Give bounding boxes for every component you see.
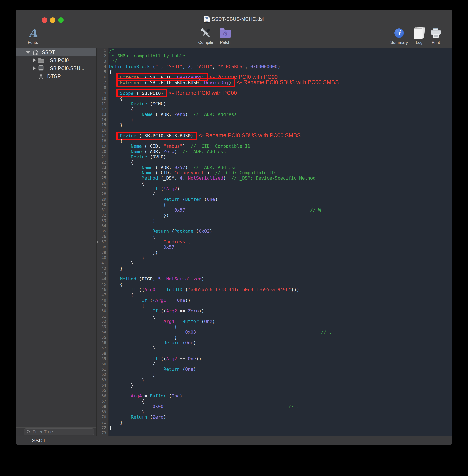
line-number: 72 [97, 425, 108, 431]
code-line: 50 If ((Arg2 == Zero)) [97, 308, 453, 314]
line-number: 56 [97, 340, 108, 345]
sidebar-item--sb-pci0-sbu-[interactable]: _SB.PCI0.SBU... [15, 64, 96, 72]
code-line: 23 Name (_ADR, 0x57) // _ADR: Address [97, 165, 453, 170]
minimize-button[interactable] [50, 17, 55, 23]
code-line: 12 { [97, 106, 453, 112]
line-number: 67 [97, 399, 108, 404]
status-bar: SSDT [15, 436, 453, 445]
code-line: 43 [97, 271, 453, 276]
line-number: 59 [97, 356, 108, 361]
close-button[interactable] [42, 17, 47, 23]
code-line: 59 If ((Arg2 == One)) [97, 356, 453, 361]
line-number: 50 [97, 308, 108, 314]
code-line: 30 { [97, 202, 453, 208]
disclosure-triangle-collapsed-icon[interactable] [33, 58, 36, 63]
line-number: 4 [97, 64, 108, 69]
line-number: 55 [97, 335, 108, 340]
line-number: 61 [97, 367, 108, 372]
status-table-name: SSDT [32, 438, 46, 444]
line-number: 9 [97, 90, 108, 96]
rename-annotation: <- Rename PCI0.SBUS with PC00.SMBS [237, 79, 339, 85]
code-line: 32 }) [97, 213, 453, 218]
line-number: 17 [97, 133, 108, 138]
code-line: 65 [97, 388, 453, 393]
code-line: 55 } [97, 335, 453, 340]
line-number: 42 [97, 266, 108, 271]
title-bar[interactable]: DSL SSDT-SBUS-MCHC.dsl [15, 10, 453, 27]
sidebar-item-dtgp[interactable]: DTGP [15, 72, 96, 80]
patch-button[interactable]: ⚙ Patch [209, 27, 242, 47]
line-number: 40 [97, 255, 108, 261]
code-line: 26 { [97, 181, 453, 186]
line-number: 45 [97, 282, 108, 287]
line-number: 14 [97, 117, 108, 122]
line-number: 57 [97, 345, 108, 351]
line-number: 70 [97, 415, 108, 420]
print-button[interactable]: Print [419, 27, 452, 47]
line-number: 31 [97, 208, 108, 213]
sidebar-item--sb-pci0[interactable]: _SB.PCI0 [15, 56, 96, 64]
code-line: 18 { [97, 138, 453, 144]
code-line: 42 } [97, 266, 453, 271]
line-number: 11 [97, 101, 108, 106]
sidebar-item-ssdt[interactable]: SSDT [15, 48, 96, 56]
line-number: 33 [97, 218, 108, 223]
code-line: 21 Device (DVL0) [97, 154, 453, 160]
line-number: 24 [97, 170, 108, 175]
code-line: 51 { [97, 314, 453, 319]
code-line: 67 { [97, 399, 453, 404]
line-number: 7 [97, 80, 108, 85]
search-icon [27, 430, 30, 434]
line-number: 54 [97, 329, 108, 335]
code-line: 33 } [97, 218, 453, 223]
code-line: 45 { [97, 282, 453, 287]
line-number: 65 [97, 388, 108, 393]
disclosure-triangle-expanded-icon[interactable] [26, 51, 30, 54]
code-line: 28 { [97, 192, 453, 197]
code-line: 10 { [97, 96, 453, 101]
line-number: 73 [97, 431, 108, 436]
line-number: 47 [97, 292, 108, 298]
code-line: 39 }) [97, 250, 453, 255]
code-line: 9 Scope (_SB.PCI0)<- Rename PCI0 with PC… [97, 90, 453, 96]
line-number: 1 [97, 48, 108, 53]
line-number: 5 [97, 69, 108, 75]
filter-tree-input[interactable] [32, 429, 92, 435]
line-number: 27 [97, 186, 108, 192]
code-line: 7 External (_SB_.PCI0.SBUS.BUS0, DeviceO… [97, 80, 453, 85]
line-number: 34 [97, 223, 108, 229]
code-line: 72} [97, 425, 453, 431]
code-line: 56 Return (One) [97, 340, 453, 345]
compass-icon [37, 73, 45, 80]
device-icon [37, 65, 45, 72]
filter-field[interactable] [24, 428, 94, 435]
line-number: 20 [97, 149, 108, 154]
code-line: 40 } [97, 255, 453, 261]
fonts-button[interactable]: A Fonts [16, 27, 49, 47]
code-line: 29 Return (Buffer (One) [97, 197, 453, 202]
zoom-button[interactable] [58, 17, 64, 23]
document-proxy-icon[interactable]: DSL [204, 16, 210, 22]
sidebar: SSDT_SB.PCI0_SB.PCI0.SBU...DTGP [15, 48, 97, 436]
line-number: 71 [97, 420, 108, 425]
line-number: 26 [97, 181, 108, 186]
code-editor[interactable]: 1/*2 * SMBus compatibility table.3 */4De… [97, 48, 453, 436]
code-line: 49 { [97, 303, 453, 308]
code-line: 27 If (!Arg2) [97, 186, 453, 192]
disclosure-triangle-collapsed-icon[interactable] [33, 66, 36, 71]
line-number: 37 [97, 239, 108, 245]
line-number: 62 [97, 372, 108, 377]
line-number: 64 [97, 383, 108, 388]
code-line: 64 } [97, 383, 453, 388]
line-number: 51 [97, 314, 108, 319]
code-line: 2 * SMBus compatibility table. [97, 53, 453, 59]
ssdt-tree[interactable]: SSDT_SB.PCI0_SB.PCI0.SBU...DTGP [15, 48, 96, 80]
tree-item-label: SSDT [42, 49, 55, 55]
code-line: 60 { [97, 361, 453, 367]
code-line: 15 } [97, 122, 453, 128]
code-line: 14 } [97, 117, 453, 122]
line-number: 8 [97, 85, 108, 90]
code-line: 71 } [97, 420, 453, 425]
code-line: 58 [97, 351, 453, 356]
window-title: SSDT-SBUS-MCHC.dsl [212, 16, 263, 22]
